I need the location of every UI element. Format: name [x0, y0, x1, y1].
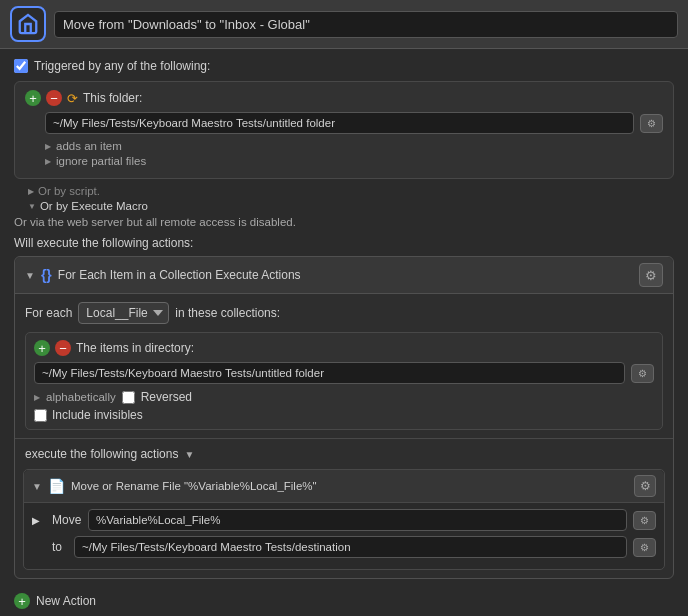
execute-following-arrow: ▼ — [184, 449, 194, 460]
for-each-label: For each — [25, 306, 72, 320]
macro-title-input[interactable] — [54, 11, 678, 38]
adds-item-row: ▶ adds an item — [45, 140, 663, 152]
for-each-variable-row: For each Local__File in these collection… — [25, 302, 663, 324]
include-inv-label: Include invisibles — [52, 408, 143, 422]
inner-action-block: ▼ 📄 Move or Rename File "%Variable%Local… — [23, 469, 665, 570]
app-icon — [10, 6, 46, 42]
triangle-icon2: ▶ — [45, 157, 51, 166]
web-server-note: Or via the web server but all remote acc… — [14, 216, 674, 228]
execute-following-label: execute the following actions — [25, 447, 178, 461]
adds-item-label: adds an item — [56, 140, 122, 152]
for-each-gear-button[interactable]: ⚙ — [639, 263, 663, 287]
triangle-icon: ▶ — [45, 142, 51, 151]
will-execute-label: Will execute the following actions: — [14, 236, 674, 250]
trigger-block: + − ⟳ This folder: ⚙ ▶ adds an item ▶ ig… — [14, 81, 674, 179]
for-each-block: ▼ {} For Each Item in a Collection Execu… — [14, 256, 674, 579]
move-value-input[interactable] — [88, 509, 627, 531]
or-script-label: Or by script. — [38, 185, 100, 197]
for-each-body: For each Local__File in these collection… — [15, 294, 673, 438]
new-action-add-button[interactable]: + — [14, 593, 30, 609]
this-folder-row: + − ⟳ This folder: — [25, 90, 663, 106]
items-in-dir-label: The items in directory: — [76, 341, 194, 355]
in-these-label: in these collections: — [175, 306, 280, 320]
for-each-collapse[interactable]: ▼ — [25, 270, 35, 281]
app-container: Triggered by any of the following: + − ⟳… — [0, 0, 688, 616]
items-in-dir-block: + − The items in directory: ⚙ ▶ alphabet… — [25, 332, 663, 430]
for-each-header: ▼ {} For Each Item in a Collection Execu… — [15, 257, 673, 294]
items-in-dir-header-row: + − The items in directory: — [34, 340, 654, 356]
inner-action-body: ▶ Move ⚙ to ⚙ — [24, 503, 664, 569]
to-row: to ⚙ — [32, 536, 656, 558]
ignore-partial-row: ▶ ignore partial files — [45, 155, 663, 167]
doc-icon: 📄 — [48, 478, 65, 494]
triggered-checkbox[interactable] — [14, 59, 28, 73]
or-script-row[interactable]: ▶ Or by script. — [28, 185, 674, 197]
include-inv-row: Include invisibles — [34, 408, 654, 422]
sort-triangle: ▶ — [34, 393, 40, 402]
or-execute-arrow: ▼ — [28, 202, 36, 211]
main-content: Triggered by any of the following: + − ⟳… — [0, 49, 688, 616]
or-script-arrow: ▶ — [28, 187, 34, 196]
ignore-partial-label: ignore partial files — [56, 155, 146, 167]
inner-action-header: ▼ 📄 Move or Rename File "%Variable%Local… — [24, 470, 664, 503]
add-trigger-button[interactable]: + — [25, 90, 41, 106]
to-path-input[interactable] — [74, 536, 627, 558]
folder-path-row: ⚙ — [45, 112, 663, 134]
for-each-title: For Each Item in a Collection Execute Ac… — [58, 268, 633, 282]
trigger-line: Triggered by any of the following: — [14, 59, 674, 73]
triggered-label: Triggered by any of the following: — [34, 59, 210, 73]
to-btn[interactable]: ⚙ — [633, 538, 656, 557]
dir-path-input[interactable] — [34, 362, 625, 384]
inner-collapse[interactable]: ▼ — [32, 481, 42, 492]
to-label: to — [52, 540, 68, 554]
execute-following-row: execute the following actions ▼ — [15, 438, 673, 469]
new-action-label: New Action — [36, 594, 96, 608]
dir-path-row: ⚙ — [34, 362, 654, 384]
move-row: ▶ Move ⚙ — [32, 509, 656, 531]
move-btn[interactable]: ⚙ — [633, 511, 656, 530]
add-collection-button[interactable]: + — [34, 340, 50, 356]
header — [0, 0, 688, 49]
folder-browse-button[interactable]: ⚙ — [640, 114, 663, 133]
folder-path-input[interactable] — [45, 112, 634, 134]
dir-browse-button[interactable]: ⚙ — [631, 364, 654, 383]
move-triangle: ▶ — [32, 515, 46, 526]
or-execute-label: Or by Execute Macro — [40, 200, 148, 212]
reversed-label: Reversed — [141, 390, 192, 404]
remove-trigger-button[interactable]: − — [46, 90, 62, 106]
reversed-checkbox[interactable] — [122, 391, 135, 404]
inner-action-title: Move or Rename File "%Variable%Local_Fil… — [71, 480, 628, 492]
this-folder-label: This folder: — [83, 91, 142, 105]
sort-label: alphabetically — [46, 391, 116, 403]
folder-icon: ⟳ — [67, 91, 78, 106]
move-label: Move — [52, 513, 82, 527]
or-execute-row[interactable]: ▼ Or by Execute Macro — [28, 200, 674, 212]
remove-collection-button[interactable]: − — [55, 340, 71, 356]
include-inv-checkbox[interactable] — [34, 409, 47, 422]
for-each-icon: {} — [41, 267, 52, 283]
inner-gear-button[interactable]: ⚙ — [634, 475, 656, 497]
sort-row: ▶ alphabetically Reversed — [34, 390, 654, 404]
variable-dropdown[interactable]: Local__File — [78, 302, 169, 324]
new-action-row: + New Action — [14, 587, 674, 613]
